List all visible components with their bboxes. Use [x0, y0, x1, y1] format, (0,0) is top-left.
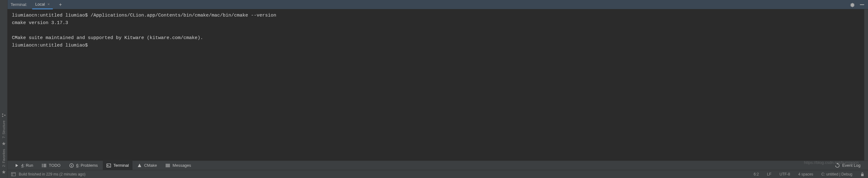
svg-rect-19	[165, 164, 170, 165]
status-indent[interactable]: 4 spaces	[798, 172, 813, 176]
favorites-icon	[2, 141, 6, 146]
terminal-line: liumiaocn:untitled liumiao$	[12, 43, 91, 48]
tool-run[interactable]: 4: Run	[11, 161, 37, 170]
svg-rect-8	[43, 164, 46, 165]
status-bar: Build finished in 229 ms (2 minutes ago)…	[7, 170, 868, 178]
terminal-icon	[106, 164, 111, 167]
svg-marker-4	[2, 170, 5, 174]
tool-label: 4: Run	[21, 163, 33, 168]
svg-rect-23	[11, 172, 16, 176]
terminal-tab-bar: Terminal: Local × +	[7, 0, 868, 9]
list-icon	[42, 164, 46, 167]
left-tool-rail: 7: Structure 2: Favorites	[0, 0, 7, 178]
terminal-line: liumiaocn:untitled liumiao$ /Application…	[12, 13, 276, 18]
svg-rect-11	[42, 167, 43, 167]
structure-icon	[2, 113, 6, 117]
rail-favorites-label[interactable]: 2: Favorites	[2, 149, 6, 167]
svg-rect-2	[4, 115, 5, 116]
minimize-icon[interactable]	[859, 2, 865, 7]
status-line-sep[interactable]: LF	[767, 172, 771, 176]
svg-marker-3	[2, 141, 5, 145]
svg-rect-16	[107, 164, 111, 167]
status-message: Build finished in 229 ms (2 minutes ago)	[19, 172, 85, 176]
tool-label: Event Log	[842, 163, 861, 168]
svg-marker-6	[16, 164, 18, 167]
svg-rect-1	[2, 115, 3, 117]
cmake-icon	[137, 163, 142, 167]
tool-messages[interactable]: Messages	[162, 161, 195, 170]
window-icon[interactable]	[11, 172, 16, 176]
svg-marker-18	[138, 164, 141, 167]
tool-problems[interactable]: 6: Problems	[66, 161, 101, 170]
list-icon	[165, 164, 170, 167]
bottom-tool-bar: 4: Run TODO 6: Problems Terminal CMake M…	[7, 161, 868, 170]
add-tab-button[interactable]: +	[57, 1, 64, 8]
tool-label: Messages	[173, 163, 191, 168]
terminal-line: CMake suite maintained and supported by …	[12, 35, 203, 41]
tool-todo[interactable]: TODO	[38, 161, 64, 170]
info-icon	[69, 163, 74, 168]
svg-rect-9	[42, 165, 43, 166]
svg-rect-12	[43, 167, 46, 167]
svg-rect-21	[165, 167, 170, 167]
play-icon	[15, 164, 19, 167]
status-encoding[interactable]: UTF-8	[780, 172, 790, 176]
tool-window-label: Terminal:	[11, 2, 27, 7]
tool-label: TODO	[49, 163, 60, 168]
svg-rect-26	[861, 174, 864, 176]
svg-rect-10	[43, 165, 46, 166]
terminal-line: cmake version 3.17.3	[12, 20, 68, 26]
terminal-output[interactable]: liumiaocn:untitled liumiao$ /Application…	[7, 9, 868, 161]
gear-icon[interactable]	[849, 2, 855, 7]
svg-rect-22	[837, 163, 838, 164]
tool-label: 6: Problems	[76, 163, 98, 168]
tool-label: CMake	[144, 163, 157, 168]
event-log-icon	[835, 163, 840, 168]
svg-rect-20	[165, 165, 170, 166]
star-icon	[2, 170, 6, 174]
status-context[interactable]: C: untitled | Debug	[822, 172, 852, 176]
status-cursor[interactable]: 6:2	[754, 172, 759, 176]
tool-label: Terminal	[114, 163, 129, 168]
tool-terminal[interactable]: Terminal	[103, 161, 132, 170]
tool-cmake[interactable]: CMake	[134, 161, 161, 170]
tool-event-log[interactable]: Event Log	[832, 161, 864, 170]
lock-icon[interactable]	[861, 172, 864, 176]
svg-rect-0	[2, 113, 3, 115]
terminal-tab-local[interactable]: Local ×	[32, 0, 53, 9]
main-area: Terminal: Local × + liumiaocn:untitled l…	[7, 0, 868, 178]
svg-rect-7	[42, 164, 43, 165]
close-icon[interactable]: ×	[48, 2, 50, 6]
tab-label: Local	[35, 2, 45, 6]
rail-structure-label[interactable]: 7: Structure	[2, 120, 6, 138]
